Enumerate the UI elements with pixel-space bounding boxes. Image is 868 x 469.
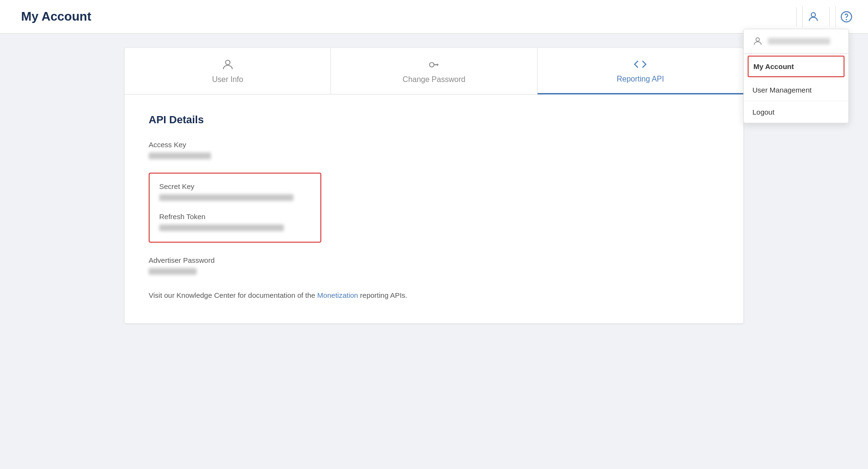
access-key-field: Access Key	[149, 141, 719, 161]
tab-reporting-api[interactable]: Reporting API	[538, 48, 743, 94]
tab-user-info-label: User Info	[212, 75, 243, 84]
tab-reporting-api-label: Reporting API	[617, 75, 664, 83]
tabs-card: User Info Change Password Reporting API	[125, 48, 743, 323]
header: My Account	[0, 0, 868, 34]
refresh-token-value	[159, 224, 284, 231]
svg-point-4	[430, 62, 434, 67]
dropdown-menu: My Account User Management Logout	[743, 29, 849, 123]
api-details-title: API Details	[149, 114, 719, 126]
help-button[interactable]	[835, 6, 856, 27]
divider	[796, 7, 797, 26]
dropdown-my-account[interactable]: My Account	[748, 56, 845, 77]
tab-change-password[interactable]: Change Password	[331, 48, 537, 94]
help-icon	[840, 11, 853, 23]
advertiser-password-label: Advertiser Password	[149, 256, 719, 264]
tab-change-password-label: Change Password	[403, 75, 466, 84]
svg-point-3	[225, 60, 230, 65]
dropdown-username	[768, 38, 830, 45]
advertiser-password-value	[149, 268, 197, 275]
header-right	[794, 6, 856, 27]
main-content: User Info Change Password Reporting API	[0, 34, 868, 338]
tabs-nav: User Info Change Password Reporting API	[125, 48, 743, 94]
footer-text-before: Visit our Knowledge Center for documenta…	[149, 291, 317, 299]
tab-user-info[interactable]: User Info	[125, 48, 331, 94]
page-title: My Account	[21, 9, 91, 24]
access-key-value	[149, 152, 211, 159]
secret-refresh-box: Secret Key Refresh Token	[149, 173, 321, 243]
header-left: My Account	[12, 9, 91, 24]
user-icon	[807, 11, 820, 23]
secret-key-label: Secret Key	[159, 182, 311, 190]
monetization-link[interactable]: Monetization	[317, 291, 358, 299]
dropdown-user-management[interactable]: User Management	[744, 79, 848, 101]
secret-key-field: Secret Key	[159, 182, 311, 203]
secret-key-value	[159, 194, 293, 201]
refresh-token-label: Refresh Token	[159, 212, 311, 221]
user-info-icon	[221, 58, 235, 71]
refresh-token-field: Refresh Token	[159, 212, 311, 233]
footer-text-after: reporting APIs.	[358, 291, 408, 299]
api-content: API Details Access Key Secret Key Refres…	[125, 94, 743, 323]
code-icon	[633, 58, 647, 71]
advertiser-password-field: Advertiser Password	[149, 256, 719, 277]
key-icon	[427, 58, 441, 71]
user-account-button[interactable]	[802, 6, 823, 27]
dropdown-header	[744, 29, 848, 54]
svg-point-0	[811, 12, 815, 17]
dropdown-logout[interactable]: Logout	[744, 101, 848, 123]
footer-text: Visit our Knowledge Center for documenta…	[149, 291, 719, 299]
svg-point-2	[846, 19, 846, 20]
access-key-label: Access Key	[149, 141, 719, 149]
svg-point-5	[756, 38, 759, 41]
dropdown-user-icon	[752, 36, 763, 47]
divider2	[829, 7, 830, 26]
